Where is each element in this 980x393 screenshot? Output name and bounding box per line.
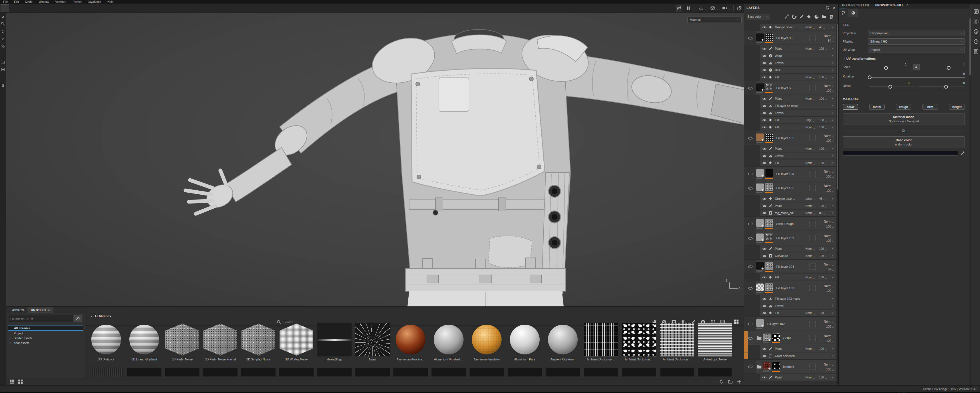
layer-effect-row[interactable]: Fill layer 58 mask× (760, 102, 836, 109)
remove-effect-button[interactable]: × (830, 161, 835, 165)
blend-mode-select[interactable]: Norm (805, 347, 819, 350)
layer-effect-row[interactable]: Levels× (760, 109, 836, 117)
eye-icon[interactable] (762, 147, 767, 151)
eye-ellipse-icon[interactable] (748, 172, 753, 176)
rotation-slider[interactable]: 0 (868, 73, 965, 80)
opacity-select[interactable]: 100 (819, 97, 830, 100)
menu-edit[interactable]: Edit (11, 0, 22, 4)
chevron-down-icon[interactable] (813, 212, 815, 214)
chevron-down-icon[interactable] (813, 377, 815, 378)
layer-mask-thumbnail[interactable] (765, 219, 773, 227)
menu-help[interactable]: Help (105, 0, 117, 4)
asset-tile[interactable]: 3D Perlin Noise Fractal (203, 323, 237, 361)
layer-effect-row[interactable]: Color selection× (760, 352, 836, 360)
layer-content-thumbnail[interactable] (756, 262, 764, 269)
material-mode-button[interactable]: Material mode No Resource Selected (843, 113, 965, 125)
remove-effect-button[interactable]: × (830, 376, 835, 379)
eye-ellipse-icon[interactable] (748, 87, 753, 90)
remove-effect-button[interactable]: × (830, 118, 835, 122)
eye-icon[interactable] (762, 61, 767, 65)
properties-scrollbar[interactable] (969, 18, 972, 385)
blend-mode-select[interactable]: Norm (805, 254, 819, 258)
layer-row[interactable]: Fill layer 58Norm100 (744, 81, 836, 95)
channel-metal-button[interactable]: metal (869, 104, 885, 110)
layer-effect-row[interactable]: Fill layer 103 mask× (760, 295, 836, 303)
large-thumbnails-icon[interactable] (18, 379, 23, 384)
layer-mask-thumbnail[interactable] (765, 262, 773, 270)
chevron-down-icon[interactable] (813, 77, 815, 78)
asset-tile[interactable]: Ambient Occlusion ... (660, 323, 694, 361)
layer-effect-row[interactable]: FillNorm100× (760, 124, 836, 131)
blend-mode-select[interactable]: Norm (805, 76, 819, 79)
layer-effect-row[interactable]: SBlur× (760, 67, 836, 74)
chevron-down-icon[interactable] (813, 277, 815, 278)
chevron-down-icon[interactable] (832, 85, 834, 86)
chevron-down-icon[interactable] (823, 212, 825, 214)
asset-tile-clipped[interactable] (584, 368, 618, 376)
eye-icon[interactable] (762, 25, 767, 29)
chevron-down-icon[interactable] (832, 171, 834, 172)
asset-tile[interactable]: Aluminium Brushed ... (431, 323, 466, 361)
eyedropper-icon[interactable] (960, 151, 965, 155)
channel-filter-dropdown[interactable]: Base color (746, 14, 770, 19)
blend-mode-select[interactable]: Norm (805, 247, 819, 250)
eye-ellipse-icon[interactable] (748, 287, 753, 290)
chevron-down-icon[interactable] (825, 162, 827, 164)
layer-effect-row[interactable]: FillNorm100× (760, 274, 836, 281)
log-button[interactable] (974, 49, 979, 54)
layer-effect-row[interactable]: FillNorm100× (760, 160, 836, 166)
remove-effect-button[interactable]: × (830, 354, 835, 358)
opacity-select[interactable]: 100 (819, 119, 830, 122)
layer-row[interactable]: leather1Norm100 (744, 360, 836, 374)
asset-tile-clipped[interactable] (622, 368, 656, 376)
asset-tile-clipped[interactable] (241, 368, 275, 376)
eye-icon[interactable] (762, 247, 767, 251)
layer-content-thumbnail[interactable] (756, 284, 764, 291)
asset-tile[interactable]: 3D Simplex Noise (241, 323, 275, 361)
eye-icon[interactable] (762, 125, 767, 130)
layer-mask-thumbnail[interactable] (765, 283, 773, 291)
screenshot-button[interactable] (737, 5, 743, 11)
close-icon[interactable] (832, 6, 836, 10)
refresh-icon[interactable] (719, 379, 724, 384)
chevron-down-icon[interactable] (832, 221, 834, 222)
filtering-select[interactable]: Bilinear | HQ (868, 38, 965, 44)
layer-mask-thumbnail[interactable] (765, 183, 773, 191)
eye-icon[interactable] (762, 254, 767, 258)
chevron-down-icon[interactable] (825, 205, 827, 207)
base-color-swatch[interactable] (843, 151, 958, 155)
chevron-down-icon[interactable] (825, 255, 827, 257)
asset-tile-clipped[interactable] (279, 368, 313, 376)
chevron-down-icon[interactable] (832, 40, 834, 41)
blend-mode-select[interactable]: Norm (805, 376, 819, 379)
layer-effect-row[interactable]: Levels× (760, 152, 836, 160)
asset-tile-clipped[interactable] (317, 368, 352, 376)
asset-tile[interactable]: Anisotropic Noise (698, 323, 732, 361)
asset-tile[interactable]: Ambient Occlusion ... (584, 323, 618, 361)
opacity-select[interactable]: 100 (819, 76, 830, 79)
eye-icon[interactable] (762, 104, 767, 108)
blend-mode-select[interactable]: Norm (805, 162, 819, 165)
new-library-icon[interactable] (728, 379, 733, 384)
camera-view-button[interactable] (721, 5, 728, 11)
close-tab-icon[interactable]: × (48, 308, 50, 312)
remove-effect-button[interactable]: × (830, 254, 835, 258)
chevron-down-icon[interactable] (832, 240, 834, 241)
chevron-down-icon[interactable] (832, 335, 834, 336)
remove-effect-button[interactable]: × (830, 304, 835, 307)
eye-ellipse-icon[interactable] (748, 237, 753, 240)
chevron-down-icon[interactable] (825, 98, 827, 100)
layer-row[interactable]: Fill layer 102Norm100 (744, 317, 836, 331)
asset-tile[interactable]: 3D Perlin Noise (165, 323, 199, 361)
eye-icon[interactable] (762, 354, 767, 358)
asset-tile[interactable]: Aluminium Insulator (469, 323, 504, 361)
eye-icon[interactable] (762, 304, 767, 308)
blend-mode-select[interactable]: Norm (805, 26, 819, 29)
layer-content-thumbnail[interactable] (763, 362, 770, 369)
chevron-down-icon[interactable] (813, 27, 815, 28)
chevron-down-icon[interactable] (832, 225, 834, 227)
eye-ellipse-icon[interactable] (748, 136, 753, 140)
chevron-down-icon[interactable] (832, 235, 834, 236)
asset-tile-clipped[interactable] (546, 368, 580, 376)
menu-viewport[interactable]: Viewport (52, 0, 70, 4)
